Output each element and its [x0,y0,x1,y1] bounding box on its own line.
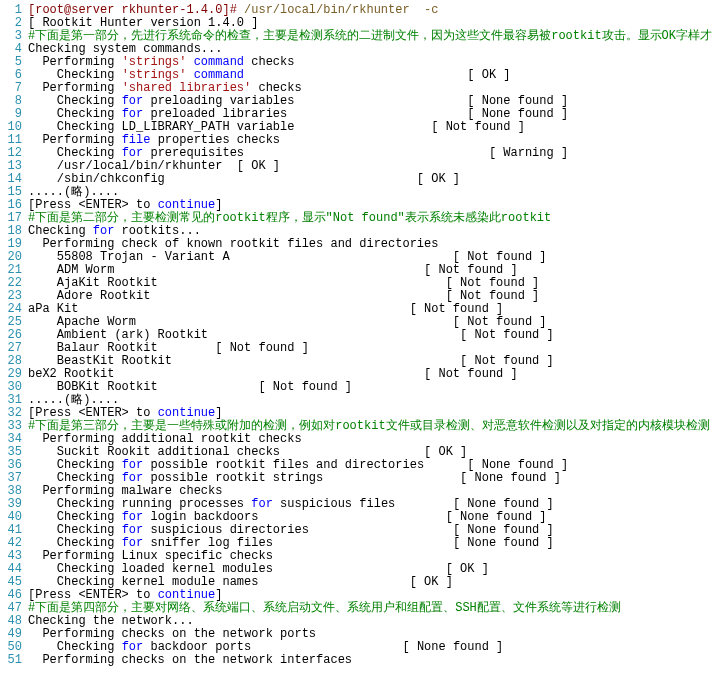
prompt-token: [root@server rkhunter-1.4.0]# [28,3,244,17]
plain-token: Checking [28,536,122,550]
plain-token: Checking the network... [28,614,194,628]
line-number: 51 [0,654,22,667]
plain-token: Performing Linux specific checks [28,549,273,563]
plain-token: ] [215,588,222,602]
comment-token: #下面是第四部分，主要对网络、系统端口、系统启动文件、系统用户和组配置、SSH配… [28,601,621,615]
plain-token: BOBKit Rootkit [ Not found ] [28,380,352,394]
plain-token: Performing malware checks [28,484,222,498]
kw-token: continue [158,198,216,212]
str-token: 'strings' [122,68,187,82]
plain-token: Checking [28,107,122,121]
kw-token: for [122,471,144,485]
kw-token: command [194,55,244,69]
comment-token: #下面是第三部分，主要是一些特殊或附加的检测，例如对rootkit文件或目录检测… [28,419,710,433]
code-line: /sbin/chkconfig [ OK ] [28,173,722,186]
plain-token: Ambient (ark) Rootkit [ Not found ] [28,328,554,342]
kw-token: for [122,536,144,550]
plain-token: preloading variables [ None found ] [143,94,568,108]
plain-token: login backdoors [ None found ] [143,510,546,524]
plain-token: /usr/local/bin/rkhunter [ OK ] [28,159,280,173]
plain-token: Checking loaded kernel modules [ OK ] [28,562,489,576]
kw-token: command [194,68,244,82]
plain-token: Checking [28,68,122,82]
kw-token: for [251,497,273,511]
kw-token: file [122,133,151,147]
str-token: 'strings' [122,55,187,69]
plain-token: Performing additional rootkit checks [28,432,302,446]
plain-token: /sbin/chkconfig [ OK ] [28,172,460,186]
kw-token: for [122,107,144,121]
plain-token: Checking [28,640,122,654]
plain-token: AjaKit Rootkit [ Not found ] [28,276,539,290]
plain-token: sniffer log files [ None found ] [143,536,553,550]
plain-token: Balaur Rootkit [ Not found ] [28,341,309,355]
plain-token: Checking system commands... [28,42,222,56]
kw-token: for [93,224,115,238]
plain-token: .....(略).... [28,185,119,199]
plain-token: ] [215,198,222,212]
plain-token: rootkits... [114,224,200,238]
plain-token: Adore Rootkit [ Not found ] [28,289,539,303]
plain-token: Checking [28,510,122,524]
plain-token: 55808 Trojan - Variant A [ Not found ] [28,250,546,264]
plain-token [186,55,193,69]
plain-token: Performing [28,133,122,147]
comment-token: #下面是第二部分，主要检测常见的rootkit程序，显示"Not found"表… [28,211,551,225]
plain-token: [Press <ENTER> to [28,406,158,420]
plain-token: suspicious directories [ None found ] [143,523,553,537]
str-token: 'shared libraries' [122,81,252,95]
plain-token: Performing [28,81,122,95]
code-line: BOBKit Rootkit [ Not found ] [28,381,722,394]
plain-token: [Press <ENTER> to [28,588,158,602]
comment-token: #下面是第一部分，先进行系统命令的检查，主要是检测系统的二进制文件，因为这些文件… [28,29,712,43]
plain-token: Performing [28,55,122,69]
line-number-gutter: 1234567891011121314151617181920212223242… [0,0,28,671]
kw-token: for [122,523,144,537]
plain-token: Checking [28,224,93,238]
plain-token: BeastKit Rootkit [ Not found ] [28,354,554,368]
plain-token: Checking [28,94,122,108]
plain-token: ADM Worm [ Not found ] [28,263,518,277]
code-content: [root@server rkhunter-1.4.0]# /usr/local… [28,0,722,671]
plain-token: suspicious files [ None found ] [273,497,554,511]
plain-token: .....(略).... [28,393,119,407]
plain-token: backdoor ports [ None found ] [143,640,503,654]
plain-token: Apache Worm [ Not found ] [28,315,546,329]
plain-token: Checking kernel module names [ OK ] [28,575,453,589]
plain-token: Checking LD_LIBRARY_PATH variable [ Not … [28,120,525,134]
plain-token: beX2 Rootkit [ Not found ] [28,367,518,381]
plain-token: preloaded libraries [ None found ] [143,107,568,121]
plain-token: aPa Kit [ Not found ] [28,302,503,316]
plain-token: Checking running processes [28,497,251,511]
plain-token: Checking [28,146,122,160]
plain-token: checks [244,55,294,69]
kw-token: continue [158,406,216,420]
plain-token: Checking [28,523,122,537]
plain-token: [Press <ENTER> to [28,198,158,212]
plain-token: Checking [28,471,122,485]
kw-token: for [122,640,144,654]
plain-token: checks [251,81,301,95]
kw-token: for [122,146,144,160]
plain-token: prerequisites [ Warning ] [143,146,568,160]
plain-token: Performing checks on the network ports [28,627,316,641]
kw-token: for [122,510,144,524]
plain-token: Performing checks on the network interfa… [28,653,352,667]
kw-token: for [122,94,144,108]
plain-token: possible rootkit strings [ None found ] [143,471,561,485]
plain-token [186,68,193,82]
plain-token: [ Rootkit Hunter version 1.4.0 ] [28,16,258,30]
kw-token: for [122,458,144,472]
plain-token: Suckit Rookit additional checks [ OK ] [28,445,467,459]
plain-token: possible rootkit files and directories [… [143,458,568,472]
kw-token: continue [158,588,216,602]
code-line: Performing checks on the network interfa… [28,654,722,667]
plain-token: Checking [28,458,122,472]
plain-token: [ OK ] [244,68,510,82]
plain-token: ] [215,406,222,420]
plain-token: properties checks [150,133,280,147]
plain-token: Performing check of known rootkit files … [28,237,438,251]
cmd-token: /usr/local/bin/rkhunter -c [244,3,438,17]
